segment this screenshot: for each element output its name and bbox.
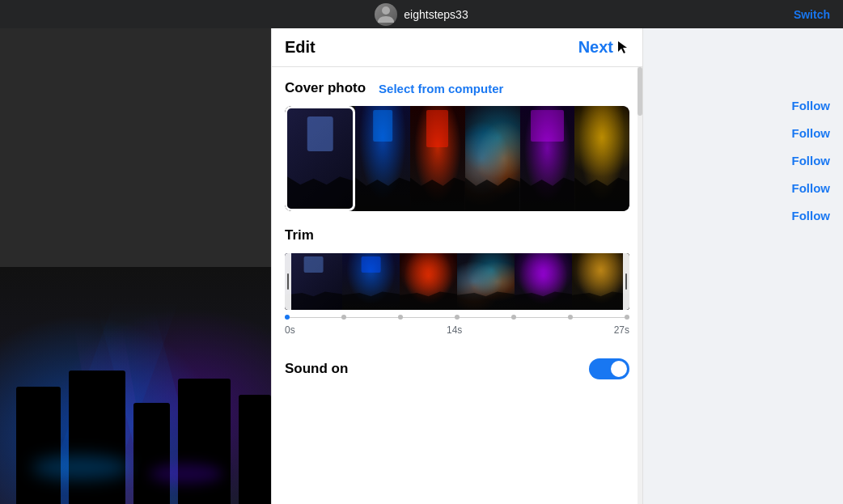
stage-5	[520, 169, 575, 211]
cover-photo-label: Cover photo	[285, 80, 366, 96]
modal-header: Edit Next	[272, 28, 642, 67]
user-info: eightsteps33	[375, 3, 468, 26]
follow-button-5[interactable]: Follow	[792, 209, 831, 222]
screen-glow-1	[307, 116, 333, 151]
trim-section: Trim	[285, 227, 629, 336]
film-frame-2[interactable]	[355, 106, 410, 211]
trim-frame-3	[400, 253, 457, 310]
modal-body: Cover photo Select from computer	[272, 67, 642, 504]
trim-handle-left[interactable]	[285, 253, 291, 310]
timeline-middle: 14s	[447, 324, 462, 336]
follow-button-3[interactable]: Follow	[792, 154, 831, 167]
left-panel	[0, 28, 271, 504]
trim-handle-right[interactable]	[623, 253, 629, 310]
film-frame-4[interactable]	[465, 106, 520, 211]
film-frame-6[interactable]	[574, 106, 629, 211]
preview-top	[0, 28, 271, 267]
handle-line-right	[625, 273, 627, 290]
timeline-start: 0s	[285, 324, 295, 336]
timeline-dots	[285, 310, 629, 324]
next-button[interactable]: Next	[578, 38, 629, 57]
timeline-dot-2	[398, 315, 403, 320]
follow-button-4[interactable]: Follow	[792, 181, 831, 195]
top-bar: eightsteps33 Switch	[0, 0, 843, 28]
select-from-computer-button[interactable]: Select from computer	[379, 82, 503, 95]
concert-background	[0, 267, 271, 504]
preview-bottom	[0, 267, 271, 504]
sound-label: Sound on	[285, 361, 348, 377]
sound-row: Sound on	[285, 352, 629, 386]
handle-line-left	[287, 273, 289, 290]
sound-toggle[interactable]	[589, 358, 629, 379]
modal-scrollbar[interactable]	[638, 67, 642, 504]
scrollbar-thumb	[638, 67, 642, 116]
toggle-knob	[611, 361, 627, 377]
timeline-labels: 0s 14s 27s	[285, 324, 629, 336]
film-frame-3[interactable]	[410, 106, 465, 211]
trim-frame-5	[515, 253, 572, 310]
trim-label: Trim	[285, 227, 629, 244]
film-frame-5[interactable]	[520, 106, 575, 211]
timeline-dot-3	[455, 315, 460, 320]
timeline-dot-0	[285, 315, 290, 320]
main-layout: Edit Next Cover photo Select from comput…	[0, 28, 843, 504]
stage-1	[287, 168, 353, 209]
stage-3	[410, 169, 465, 211]
cursor-icon	[616, 40, 629, 55]
trim-frame-2	[342, 253, 400, 310]
timeline-dot-6	[625, 315, 629, 320]
follow-button-1[interactable]: Follow	[792, 99, 831, 112]
avatar	[375, 3, 397, 26]
trim-frame-4	[457, 253, 515, 310]
timeline-end: 27s	[614, 324, 629, 336]
timeline-dot-1	[341, 315, 346, 320]
timeline-dot-5	[568, 315, 573, 320]
cover-filmstrip[interactable]	[285, 106, 629, 211]
film-frame-1[interactable]	[285, 106, 355, 211]
follow-button-2[interactable]: Follow	[792, 126, 831, 140]
username: eightsteps33	[404, 8, 468, 21]
trim-frame-6	[572, 253, 629, 310]
trim-frame-1	[285, 253, 342, 310]
cover-photo-section-header: Cover photo Select from computer	[285, 80, 629, 96]
switch-button[interactable]: Switch	[794, 8, 830, 21]
trim-filmstrip[interactable]	[285, 253, 629, 310]
timeline-dot-4	[511, 315, 516, 320]
filmstrip-frames	[285, 106, 629, 211]
svg-point-0	[382, 6, 390, 15]
edit-modal: Edit Next Cover photo Select from comput…	[271, 28, 643, 504]
stage-2	[355, 169, 410, 211]
modal-title: Edit	[285, 38, 316, 57]
